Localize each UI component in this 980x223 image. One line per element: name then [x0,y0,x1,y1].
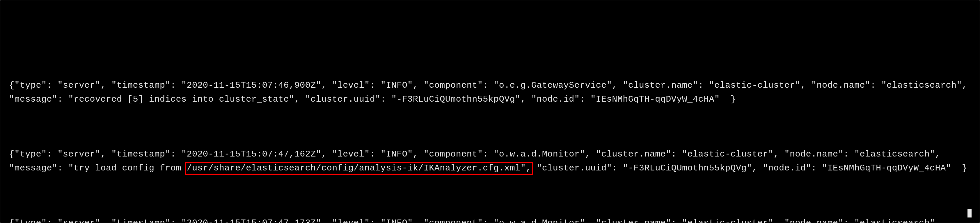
log-text: /usr/share/elasticsearch/config/analysis… [187,163,531,173]
log-entry: {"type": "server", "timestamp": "2020-11… [9,216,971,223]
log-text: {"type": "server", "timestamp": "2020-11… [9,81,973,104]
log-text: {"type": "server", "timestamp": "2020-11… [9,218,962,223]
terminal-pane[interactable]: sticsearch", "message": "[Dict Loading] … [0,0,980,223]
text-cursor [967,209,972,217]
truncated-previous-line: sticsearch", "message": "[Dict Loading] … [9,34,971,38]
highlighted-path: /usr/share/elasticsearch/config/analysis… [187,161,531,175]
log-text: "cluster.uuid": "-F3RLuCiQUmothn55kpQVg"… [531,163,967,173]
log-entry: {"type": "server", "timestamp": "2020-11… [9,147,971,175]
log-entry: {"type": "server", "timestamp": "2020-11… [9,79,971,106]
